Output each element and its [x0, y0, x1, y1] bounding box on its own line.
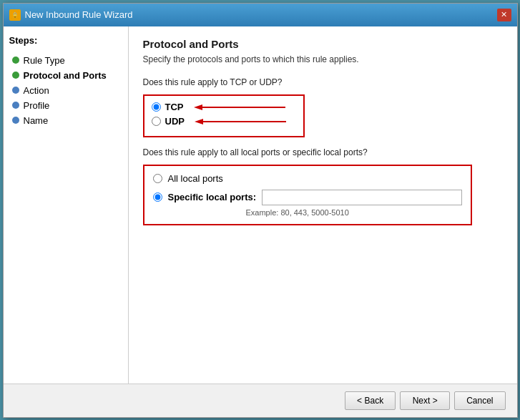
close-button[interactable]: ✕ — [497, 9, 511, 21]
wizard-window: 🔒 New Inbound Rule Wizard ✕ Steps: Rule … — [3, 3, 518, 418]
svg-text:🔒: 🔒 — [11, 11, 19, 19]
udp-option-row: UDP — [152, 116, 293, 127]
sidebar-label-name: Name — [24, 115, 49, 126]
udp-arrow — [193, 116, 293, 127]
tcp-arrow — [192, 102, 293, 113]
tcp-option-row: TCP — [152, 102, 293, 113]
sidebar-item-profile[interactable]: Profile — [9, 98, 122, 113]
back-button[interactable]: < Back — [345, 391, 396, 410]
title-bar: 🔒 New Inbound Rule Wizard ✕ — [4, 4, 517, 26]
ports-question: Does this rule apply to all local ports … — [143, 147, 503, 157]
udp-radio[interactable] — [152, 117, 161, 126]
dot-rule-type — [12, 57, 19, 64]
sidebar-item-name[interactable]: Name — [9, 113, 122, 128]
steps-label: Steps: — [9, 35, 122, 46]
specific-ports-radio[interactable] — [153, 192, 162, 202]
all-ports-radio[interactable] — [153, 174, 162, 183]
sidebar-label-profile: Profile — [24, 100, 50, 111]
tcp-udp-selection-box: TCP UDP — [143, 94, 305, 137]
panel-title: Protocol and Ports — [143, 38, 503, 50]
window-icon: 🔒 — [9, 9, 21, 21]
ports-example: Example: 80, 443, 5000-5010 — [246, 208, 463, 217]
specific-ports-label[interactable]: Specific local ports: — [168, 192, 257, 202]
dot-protocol-ports — [12, 72, 19, 79]
tcp-radio[interactable] — [152, 102, 161, 112]
ports-text-input[interactable] — [262, 190, 462, 205]
dot-action — [12, 87, 19, 94]
dot-name — [12, 117, 19, 124]
all-ports-row: All local ports — [153, 173, 463, 184]
sidebar-label-rule-type: Rule Type — [24, 55, 65, 66]
all-ports-label[interactable]: All local ports — [168, 173, 223, 184]
main-panel: Protocol and Ports Specify the protocols… — [129, 26, 517, 384]
title-bar-left: 🔒 New Inbound Rule Wizard — [9, 9, 133, 21]
svg-marker-3 — [194, 104, 202, 110]
cancel-button[interactable]: Cancel — [454, 391, 505, 410]
panel-subtitle: Specify the protocols and ports to which… — [143, 54, 503, 64]
svg-marker-5 — [195, 119, 203, 124]
sidebar-label-protocol-ports: Protocol and Ports — [24, 70, 107, 81]
next-button[interactable]: Next > — [400, 391, 450, 410]
sidebar-label-action: Action — [24, 85, 49, 96]
content-area: Steps: Rule Type Protocol and Ports Acti… — [4, 26, 517, 384]
dot-profile — [12, 102, 19, 109]
bottom-bar: < Back Next > Cancel — [4, 384, 517, 417]
sidebar-item-rule-type[interactable]: Rule Type — [9, 53, 122, 68]
udp-label[interactable]: UDP — [165, 116, 185, 127]
tcp-udp-question: Does this rule apply to TCP or UDP? — [143, 77, 503, 87]
ports-selection-box: All local ports Specific local ports: Ex… — [143, 165, 473, 225]
sidebar-item-action[interactable]: Action — [9, 83, 122, 98]
window-title: New Inbound Rule Wizard — [25, 9, 133, 20]
tcp-label[interactable]: TCP — [165, 102, 184, 112]
specific-ports-row: Specific local ports: — [153, 190, 463, 205]
sidebar-item-protocol-ports[interactable]: Protocol and Ports — [9, 68, 122, 83]
sidebar: Steps: Rule Type Protocol and Ports Acti… — [4, 26, 129, 384]
